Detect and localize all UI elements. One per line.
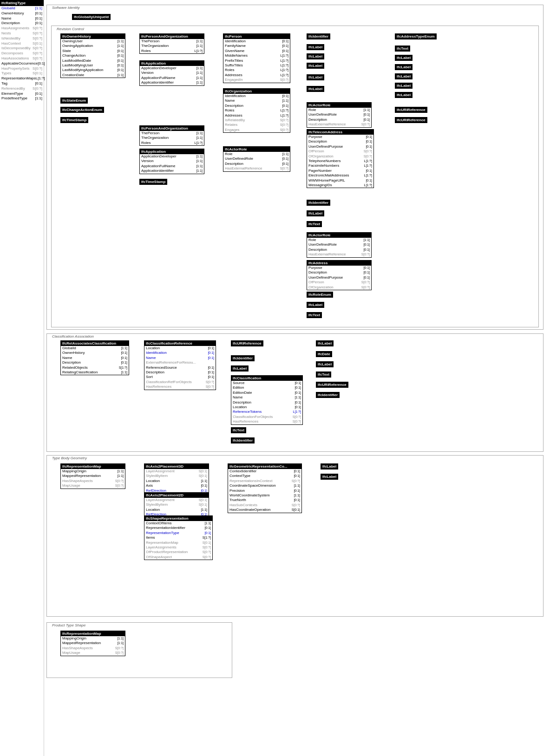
classification-label: Classification Association: [52, 334, 94, 339]
software-identity-label: Software Identity: [52, 6, 80, 10]
ifc-text-class-r: IfcText: [316, 371, 331, 378]
ifc-text-class: IfcText: [231, 427, 246, 433]
ifc-time-stamp-2: IfcTimeStamp: [139, 179, 167, 185]
sidebar-header: IfcRatingType: [0, 0, 44, 6]
ifc-label-right-5: IfcLabel: [395, 92, 412, 98]
sidebar-row: HasContextS[0:1]: [0, 41, 44, 46]
ifc-label-4: IfcLabel: [307, 74, 324, 80]
ifc-application-2: IfcApplication ApplicationDeveloper[1:1]…: [139, 149, 204, 174]
ifc-axis2-placement-3d: IfcAxis2Placement3D LayerAssignmentS[0:1…: [144, 463, 209, 494]
ifc-classification: IfcClassification Source[0:1] Edition[0:…: [231, 375, 303, 425]
ifc-identifier-2: IfcIdentifier: [307, 200, 330, 206]
ifc-label-5: IfcLabel: [307, 86, 324, 92]
sidebar-row: HasPropertySetsS[0:?]: [0, 66, 44, 72]
ifc-label-geom-1: IfcLabel: [321, 463, 338, 469]
ifc-label-class-r2: IfcLabel: [316, 361, 334, 367]
ifc-time-stamp-1: IfcTimeStamp: [60, 117, 88, 123]
ifc-address-type-enum: IfcAddressTypeEnum: [395, 33, 437, 39]
ifc-label-1: IfcLabel: [307, 44, 324, 50]
sidebar: IfcRatingType GlobalId[1:1] OwnerHistory…: [0, 0, 44, 756]
ifc-actor-role-lower: IfcActorRole Role[1:1] UserDefinedRole[0…: [307, 232, 372, 258]
ifc-person-and-organization-1: IfcPersonAndOrganization ThePerson[1:1] …: [139, 33, 204, 54]
ifc-telecom-address: IfcTelecomAddress Purpose[0:1] Descripti…: [307, 129, 374, 188]
ifc-globally-unique-id: IfcGloballyUniqueId: [72, 14, 111, 20]
ifc-address: IfcAddress Purpose[0:1] Description[0:1]…: [307, 260, 372, 290]
ifc-identifier-class-2: IfcIdentifier: [231, 437, 255, 443]
ifc-label-geom-2: IfcLabel: [321, 474, 338, 480]
ifc-label-6: IfcLabel: [307, 210, 324, 216]
ifc-label-right-3: IfcLabel: [395, 73, 412, 79]
ifc-axis2-placement-2d: IfcAxis2Placement2D LayerAssignmentS[0:1…: [144, 492, 209, 518]
sidebar-row: DecomposesS[0:?]: [0, 51, 44, 56]
ifc-geometric-representation-context: IfcGeometricRepresentationCo... ContextI…: [228, 463, 302, 513]
sidebar-row: GlobalId[1:1]: [0, 6, 44, 11]
type-body-geometry-label: Type Body Geometry: [52, 456, 87, 460]
ifc-organization: IfcOrganization Identification[0:1] Name…: [223, 88, 290, 133]
ifc-label-class: IfcLabel: [231, 365, 249, 371]
ifc-representation-map-1: IfcRepresentationMap MappingOrigin[1:1] …: [60, 463, 125, 489]
ifc-rel-associates-classification: IfcRelAssociatesClassification GlobalId[…: [60, 340, 129, 375]
ifc-date-class: IfcDate: [316, 351, 332, 357]
sidebar-row: IsNestedByS[0:?]: [0, 36, 44, 41]
ifc-text-right-1: IfcText: [395, 46, 410, 52]
sidebar-row: HasAssignmentsS[0:?]: [0, 26, 44, 31]
ifc-person: IfcPerson Identification[0:1] FamilyName…: [223, 33, 290, 83]
ifc-identifier-class-r: IfcIdentifier: [316, 392, 340, 398]
ifc-role-enum: IfcRoleEnum: [307, 292, 333, 298]
sidebar-row: ApplicableOccurrence[0:1]: [0, 61, 44, 66]
ifc-classification-reference: IfcClassificationReference Location[0:1]…: [144, 340, 216, 390]
sidebar-row: RepresentationMapsL[1:?]: [0, 76, 44, 81]
ifc-identifier-1: IfcIdentifier: [307, 33, 330, 39]
ifc-uri-reference-class: IfcURIReference: [231, 340, 263, 346]
ifc-actor-role-upper: IfcActorRole Role[1:1] UserDefinedRole[0…: [307, 102, 372, 128]
ifc-identifier-class: IfcIdentifier: [231, 355, 255, 361]
sidebar-row: HasAssociationsS[0:?]: [0, 56, 44, 61]
ifc-actor-role-1: IfcActorRole Role[1:1] UserDefinedRole[0…: [223, 146, 290, 172]
ifc-owner-history: IfcOwnerHistory OwningUser[1:1] OwningAp…: [60, 33, 125, 78]
ifc-label-right-1: IfcLabel: [395, 55, 412, 61]
ifc-label-2: IfcLabel: [307, 53, 324, 59]
sidebar-row: NestsS[0:?]: [0, 31, 44, 36]
ifc-application-1: IfcApplication ApplicationDeveloper[1:1]…: [139, 60, 204, 86]
sidebar-row: Description[0:1]: [0, 21, 44, 26]
sidebar-row: IsDecomposedByS[0:?]: [0, 46, 44, 51]
ifc-text-2: IfcText: [307, 312, 322, 318]
ifc-uri-reference-class-r: IfcURIReference: [316, 382, 348, 388]
ifc-person-and-organization-2: IfcPersonAndOrganization ThePerson[1:1] …: [139, 125, 204, 146]
ifc-shape-representation: IfcShapeRepresentation ContextOfItems[1:…: [144, 515, 213, 560]
ifc-state-enum: IfcStateEnum: [60, 98, 88, 104]
ifc-label-class-r1: IfcLabel: [316, 340, 334, 346]
ifc-text-1: IfcText: [307, 221, 322, 227]
sidebar-row: ReferencedByS[0:?]: [0, 86, 44, 91]
sidebar-row: OwnerHistory[0:1]: [0, 11, 44, 16]
sidebar-row: PredefinedType[1:1]: [0, 96, 44, 101]
product-type-shape-label: Product Type Shape: [52, 623, 85, 627]
ifc-uri-reference-2: IfcURIReference: [395, 117, 427, 123]
sidebar-row: Name[0:1]: [0, 16, 44, 21]
ifc-label-7: IfcLabel: [307, 302, 324, 308]
sidebar-row: ElementType[0:1]: [0, 91, 44, 97]
diagram-container: IfcRatingType GlobalId[1:1] OwnerHistory…: [0, 0, 550, 756]
ifc-label-right-2: IfcLabel: [395, 64, 412, 70]
revision-control-label: Revision Control: [57, 27, 84, 31]
sidebar-row: Tag[0:1]: [0, 81, 44, 86]
ifc-representation-map-2: IfcRepresentationMap MappingOrigin[1:1] …: [60, 631, 125, 656]
sidebar-row: TypesS[0:1]: [0, 71, 44, 76]
ifc-label-3: IfcLabel: [307, 63, 324, 69]
ifc-uri-reference-1: IfcURIReference: [395, 107, 427, 113]
ifc-change-action-enum: IfcChangeActionEnum: [60, 107, 104, 113]
ifc-label-right-4: IfcLabel: [395, 83, 412, 89]
